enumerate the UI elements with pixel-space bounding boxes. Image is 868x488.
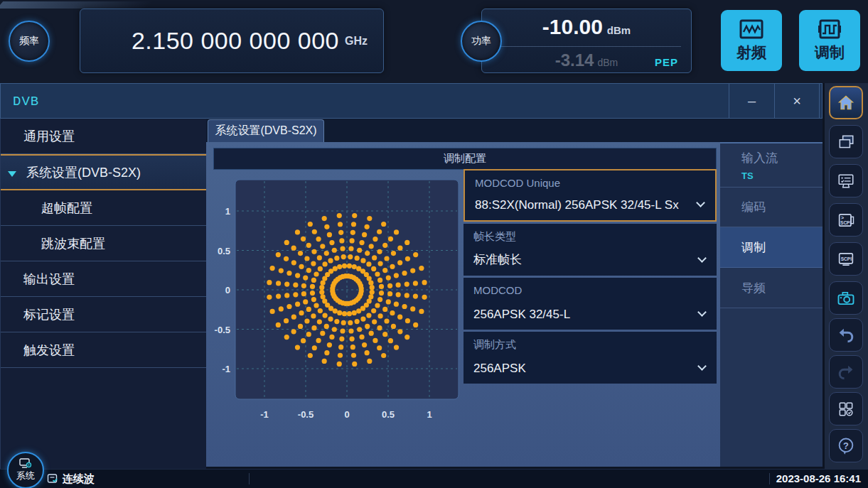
field-frame-length-type[interactable]: 帧长类型 标准帧长 [464,224,717,276]
divider [499,46,681,47]
right-toolbar: > SCPI SCPI [825,83,868,469]
clock: 2023-08-26 16:41 [776,472,861,484]
chevron-down-icon [697,362,707,371]
stacked-windows-icon[interactable] [829,125,863,158]
frequency-unit: GHz [345,35,368,48]
expand-arrow-icon [8,171,16,177]
sidebar-item-general-settings[interactable]: 通用设置 [1,119,206,154]
sidebar-item-superframe-config[interactable]: 超帧配置 [1,190,206,226]
svg-text:?: ? [843,440,849,450]
chevron-down-icon [696,198,705,207]
grid-apps-icon[interactable] [829,392,863,425]
svg-text:>: > [841,215,844,219]
nav-item-modulation[interactable]: 调制 [720,227,823,268]
window-title: DVB [13,94,39,109]
divider [769,473,770,484]
tab-strip: 系统设置(DVB-S2X) [206,119,823,142]
dvb-window-titlebar: DVB – × [0,83,823,119]
rf-button[interactable]: 射频 [721,10,782,71]
pep-label: PEP [655,56,678,68]
svg-text:SCPI: SCPI [840,220,851,225]
nav-item-input-stream[interactable]: 输入流 TS [720,143,823,188]
redo-icon[interactable] [829,355,863,389]
frequency-value: 2.150 000 000 000 [132,27,339,55]
power-value: -10.00 [542,15,603,38]
divider [249,473,250,484]
svg-text:0: 0 [344,409,349,420]
sidebar-item-marker-settings[interactable]: 标记设置 [1,297,206,332]
sidebar-item-trigger-settings[interactable]: 触发设置 [1,332,206,368]
svg-text:SCPI: SCPI [841,256,852,261]
svg-text:0.5: 0.5 [382,409,395,420]
carrier-mode-label: 连续波 [63,472,95,486]
input-stream-type: TS [741,170,823,181]
rf-waveform-icon [739,19,763,39]
section-nav: 输入流 TS 编码 调制 导频 [720,142,823,467]
chevron-down-icon [697,254,707,263]
waveform-mode-icon [47,473,58,484]
top-bar: 2.150 000 000 000 GHz 频率 -10.00dBm -3.14… [0,0,868,83]
scpi-terminal-icon[interactable]: > SCPI [829,203,863,237]
status-bar: 连续波 2023-08-26 16:41 [0,469,868,488]
tab-system-settings[interactable]: 系统设置(DVB-S2X) [208,119,324,142]
system-button[interactable]: 系统 [7,452,44,488]
power-display[interactable]: -10.00dBm -3.14dBm PEP [481,9,692,73]
home-icon[interactable] [829,86,863,119]
close-button[interactable]: × [774,84,820,119]
field-modcod-unique[interactable]: MODCOD Unique 88:S2X(Normal) 256APSK 32/… [464,169,717,222]
svg-text:-0.5: -0.5 [298,409,314,420]
svg-text:1: 1 [427,409,432,420]
field-modulation-type[interactable]: 调制方式 256APSK [464,332,717,384]
help-icon[interactable]: ? [829,429,863,462]
pulse-waveform-icon [818,19,842,39]
svg-text:-1: -1 [260,409,269,420]
power-knob[interactable]: 功率 [461,21,502,62]
camera-icon[interactable] [829,281,863,315]
svg-text:0: 0 [225,285,230,295]
nav-item-pilot[interactable]: 导频 [720,268,823,308]
field-modcod[interactable]: MODCOD 256APSK 32/45-L [464,278,717,330]
scpi-monitor-icon[interactable]: SCPI [829,242,863,276]
svg-text:1: 1 [225,206,230,217]
svg-text:-1: -1 [222,364,230,374]
pep-value: -3.14 [555,50,594,70]
undo-icon[interactable] [829,318,863,352]
panel-title: 调制配置 [213,148,717,170]
sidebar-item-beam-hopping-config[interactable]: 跳波束配置 [1,226,206,261]
svg-text:-0.5: -0.5 [215,325,230,335]
settings-sidebar: 通用设置 系统设置(DVB-S2X) 超帧配置 跳波束配置 输出设置 标记设置 … [0,119,206,469]
sidebar-item-output-settings[interactable]: 输出设置 [1,261,206,297]
frequency-knob[interactable]: 频率 [9,21,50,62]
svg-text:0.5: 0.5 [218,246,230,256]
minimize-button[interactable]: – [729,84,774,119]
frequency-display[interactable]: 2.150 000 000 000 GHz [80,9,384,73]
sidebar-item-system-settings[interactable]: 系统设置(DVB-S2X) [1,154,206,190]
nav-item-coding[interactable]: 编码 [720,188,823,227]
monitor-checklist-icon[interactable] [829,164,863,197]
chevron-down-icon [697,308,707,317]
modulation-button[interactable]: 调制 [799,10,860,71]
constellation-plot: -1-0.500.5110.50-0.5-1 [210,175,461,426]
system-gear-icon [19,458,32,469]
